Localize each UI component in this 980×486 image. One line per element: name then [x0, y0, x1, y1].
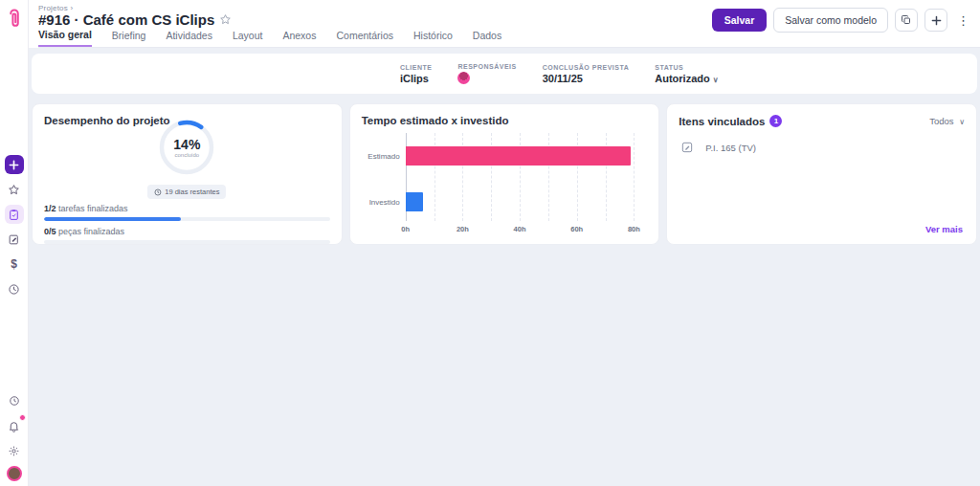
- chevron-down-icon: ∨: [713, 76, 719, 84]
- tab-briefing[interactable]: Briefing: [112, 29, 146, 47]
- see-more-link[interactable]: Ver mais: [925, 224, 963, 234]
- tasks-progress: 1/2 tarefas finalizadas: [44, 204, 330, 221]
- gear-icon: [8, 445, 20, 457]
- responsible-avatar[interactable]: [457, 72, 470, 84]
- tab-dados[interactable]: Dados: [473, 29, 501, 47]
- field-label: STATUS: [655, 64, 718, 71]
- notification-dot: [19, 414, 26, 421]
- tab-visao-geral[interactable]: Visão geral: [38, 29, 92, 47]
- tab-anexos[interactable]: Anexos: [282, 29, 316, 47]
- tab-historico[interactable]: Histórico: [413, 29, 453, 47]
- linked-item-label: P.I. 165 (TV): [705, 143, 756, 153]
- field-label: CLIENTE: [400, 64, 432, 71]
- plus-icon: [931, 15, 942, 26]
- plus-icon: [9, 160, 19, 170]
- tab-comentarios[interactable]: Comentários: [336, 29, 393, 47]
- page-header: Projetos › #916 · Café com CS iClips Sal…: [29, 0, 980, 48]
- linked-items-card: Itens vinculados 1 Todos ∨ P.I. 165 (TV)…: [666, 103, 977, 245]
- linked-item[interactable]: P.I. 165 (TV): [679, 141, 965, 154]
- left-sidebar: $: [0, 0, 29, 486]
- time-chart-card: Tempo estimado x investido EstimadoInves…: [349, 103, 660, 245]
- x-axis-tick: 40h: [514, 225, 526, 233]
- document-edit-icon: [680, 141, 694, 154]
- notifications-button[interactable]: [5, 416, 24, 435]
- clock-icon: [9, 395, 20, 407]
- x-axis-tick: 0h: [401, 225, 410, 233]
- favorite-star-icon[interactable]: [219, 13, 232, 26]
- y-axis-label: Investido: [369, 198, 400, 207]
- tab-layout[interactable]: Layout: [233, 29, 263, 47]
- tasks-progress-fill: [44, 217, 181, 221]
- card-title: Itens vinculados: [679, 116, 765, 127]
- status-dropdown[interactable]: Autorizado∨: [655, 73, 718, 84]
- tab-atividades[interactable]: Atividades: [166, 29, 212, 47]
- page-title: #916 · Café com CS iClips: [38, 11, 214, 28]
- document-edit-icon: [8, 233, 20, 246]
- star-icon: [8, 184, 20, 196]
- filter-dropdown[interactable]: Todos ∨: [929, 116, 965, 126]
- bar-investido: [406, 192, 423, 211]
- more-options-button[interactable]: ⋮: [954, 13, 972, 28]
- progress-percent: 14%: [173, 138, 200, 151]
- clock-pie-icon: [8, 283, 20, 296]
- bar-chart: EstimadoInvestido: [362, 133, 646, 221]
- sidebar-item-finance[interactable]: $: [5, 254, 24, 274]
- progress-ring: 14% concluído: [159, 120, 214, 175]
- field-value: iClips: [400, 73, 432, 84]
- performance-card: Desempenho do projeto 14% concluído: [32, 103, 343, 245]
- sidebar-item-time[interactable]: [5, 279, 24, 298]
- days-remaining-badge: 19 dias restantes: [147, 185, 226, 199]
- progress-label: concluído: [174, 152, 199, 158]
- clipboard-check-icon: [8, 209, 20, 221]
- field-responsaveis: RESPONSÁVEIS: [457, 63, 516, 84]
- add-button[interactable]: [5, 155, 24, 174]
- x-axis-tick: 60h: [570, 225, 583, 233]
- count-badge: 1: [769, 115, 782, 127]
- tab-bar: Visão geral Briefing Atividades Layout A…: [38, 29, 980, 48]
- field-status: STATUS Autorizado∨: [655, 64, 718, 84]
- y-axis-label: Estimado: [368, 152, 399, 161]
- field-conclusao-prevista: CONCLUSÃO PREVISTA 30/11/25: [543, 64, 630, 84]
- chart-canvas: [406, 133, 646, 221]
- chevron-down-icon: ∨: [959, 118, 965, 126]
- sidebar-item-favorites[interactable]: [5, 180, 24, 199]
- copy-icon: [901, 14, 912, 26]
- chart-x-axis: 0h20h40h60h80h: [406, 225, 646, 234]
- field-cliente: CLIENTE iClips: [400, 64, 432, 84]
- iclips-logo-icon[interactable]: [5, 7, 24, 32]
- pieces-progress-track: [44, 240, 330, 244]
- field-label: RESPONSÁVEIS: [457, 63, 516, 70]
- pieces-progress: 0/5 peças finalizadas: [44, 227, 330, 244]
- dollar-icon: $: [11, 257, 17, 271]
- sidebar-item-projects[interactable]: [5, 205, 24, 224]
- user-avatar[interactable]: [7, 466, 22, 481]
- settings-button[interactable]: [5, 441, 24, 460]
- x-axis-tick: 20h: [457, 225, 469, 233]
- clock-icon: [154, 188, 162, 196]
- field-value: 30/11/25: [543, 73, 630, 84]
- x-axis-tick: 80h: [628, 225, 640, 233]
- field-label: CONCLUSÃO PREVISTA: [543, 64, 630, 71]
- sidebar-item-briefings[interactable]: [5, 230, 24, 249]
- tasks-progress-track: [44, 217, 330, 221]
- project-info-bar: CLIENTE iClips RESPONSÁVEIS CONCLUSÃO PR…: [32, 54, 977, 94]
- bell-icon: [8, 420, 20, 432]
- chart-title: Tempo estimado x investido: [362, 115, 648, 126]
- bar-estimado: [406, 146, 632, 166]
- gridline: [634, 133, 635, 221]
- chart-y-labels: EstimadoInvestido: [362, 133, 406, 221]
- history-button[interactable]: [5, 391, 24, 410]
